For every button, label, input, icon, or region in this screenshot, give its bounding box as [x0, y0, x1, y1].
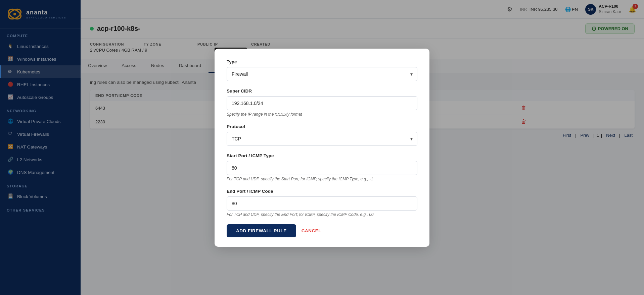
protocol-label: Protocol	[227, 124, 417, 129]
super-cidr-input[interactable]	[227, 96, 417, 110]
end-port-field: End Port / ICMP Code For TCP and UDP, sp…	[227, 189, 417, 217]
start-port-field: Start Port / ICMP Type For TCP and UDP, …	[227, 153, 417, 181]
protocol-select[interactable]: TCP UDP ICMP ALL	[227, 132, 417, 146]
add-firewall-rule-modal: Type Firewall Ingress Egress ▾ Super CID…	[215, 49, 429, 247]
type-label: Type	[227, 59, 417, 64]
end-port-hint: For TCP and UDP, specify the End Port; f…	[227, 212, 417, 217]
modal-actions: ADD FIREWALL RULE CANCEL	[227, 224, 417, 237]
end-port-label: End Port / ICMP Code	[227, 189, 417, 194]
cancel-button[interactable]: CANCEL	[302, 228, 321, 233]
start-port-label: Start Port / ICMP Type	[227, 153, 417, 158]
type-select-wrapper: Firewall Ingress Egress ▾	[227, 67, 417, 81]
super-cidr-label: Super CIDR	[227, 88, 417, 94]
super-cidr-hint: Specify the IP range in the x.x.x.x/y fo…	[227, 112, 417, 117]
start-port-hint: For TCP and UDP, specify the Start Port;…	[227, 177, 417, 181]
protocol-select-wrapper: TCP UDP ICMP ALL ▾	[227, 132, 417, 146]
super-cidr-field: Super CIDR Specify the IP range in the x…	[227, 88, 417, 117]
add-firewall-rule-button[interactable]: ADD FIREWALL RULE	[227, 224, 296, 237]
type-select[interactable]: Firewall Ingress Egress	[227, 67, 417, 81]
type-field: Type Firewall Ingress Egress ▾	[227, 59, 417, 81]
end-port-input[interactable]	[227, 196, 417, 211]
start-port-input[interactable]	[227, 161, 417, 175]
protocol-field: Protocol TCP UDP ICMP ALL ▾	[227, 124, 417, 146]
modal-overlay: Type Firewall Ingress Egress ▾ Super CID…	[0, 0, 644, 295]
